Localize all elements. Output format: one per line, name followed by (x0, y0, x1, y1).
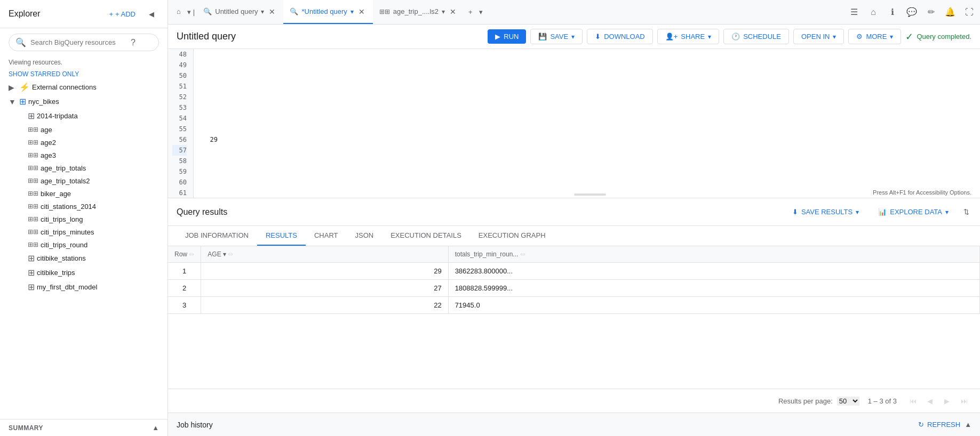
more-vert-icon[interactable]: ⋮ (156, 283, 163, 292)
open-in-button[interactable]: OPEN IN ▾ (793, 29, 844, 44)
tab-untitled1[interactable]: 🔍 Untitled query ▾ ✕ (197, 0, 283, 24)
more-vert-icon[interactable]: ⋮ (156, 164, 163, 172)
dropdown-icon[interactable]: ▾ (856, 208, 859, 216)
col-resize-handle[interactable]: ⇔ (228, 251, 233, 258)
more-vert-icon[interactable]: ⋮ (156, 240, 163, 249)
star-icon[interactable]: ☆ (147, 125, 154, 134)
star-icon[interactable]: ☆ (147, 215, 154, 223)
pencil-icon-button[interactable]: ✏ (922, 4, 939, 21)
col-resize-handle[interactable]: ⇔ (520, 251, 525, 258)
star-icon[interactable]: ☆ (147, 112, 154, 120)
more-button[interactable]: ⚙ MORE ▾ (848, 29, 901, 44)
star-icon[interactable]: ☆ (147, 189, 154, 198)
more-vert-icon[interactable]: ⋮ (156, 112, 163, 120)
tab-untitled2[interactable]: 🔍 *Untitled query ▾ ✕ (283, 0, 372, 24)
share-dropdown-icon[interactable]: ▾ (708, 33, 711, 41)
tab-execution-details[interactable]: EXECUTION DETAILS (382, 226, 470, 246)
col-header-totals[interactable]: totals_trip_min_roun... ⇔ (448, 246, 979, 263)
sidebar-item-age-trip-totals2[interactable]: ▶ ⊞⊞ age_trip_totals2 ☆ ⋮ (0, 174, 168, 187)
more-vert-icon[interactable]: ⋮ (156, 98, 163, 106)
more-vert-icon[interactable]: ⋮ (156, 151, 163, 159)
collapse-summary-icon[interactable]: ▲ (152, 424, 159, 432)
more-dropdown-icon[interactable]: ▾ (890, 33, 893, 41)
star-icon[interactable]: ☆ (147, 138, 154, 147)
tab-home[interactable]: ⌂ (170, 0, 187, 24)
more-vert-icon[interactable]: ⋮ (156, 215, 163, 223)
add-button[interactable]: + + ADD (105, 8, 140, 20)
list-icon-button[interactable]: ☰ (846, 4, 863, 21)
more-vert-icon[interactable]: ⋮ (156, 176, 163, 185)
chat-icon-button[interactable]: 💬 (903, 4, 920, 21)
more-vert-icon[interactable]: ⋮ (156, 254, 163, 263)
next-page-button[interactable]: ▶ (939, 393, 954, 408)
sidebar-item-citi-trips-minutes[interactable]: ▶ ⊞⊞ citi_trips_minutes ☆ ⋮ (0, 225, 168, 238)
explore-data-button[interactable]: 📊 EXPLORE DATA ▾ (872, 205, 955, 219)
help-icon[interactable]: ? (131, 38, 136, 47)
home-icon-button[interactable]: ⌂ (865, 4, 882, 21)
dropdown-icon[interactable]: ▾ (945, 208, 949, 216)
star-icon[interactable]: ☆ (147, 151, 154, 159)
sidebar-item-my-first-dbt-model[interactable]: ▶ ⊞ my_first_dbt_model ☆ ⋮ (0, 280, 168, 294)
run-button[interactable]: ▶ RUN (488, 29, 526, 44)
first-page-button[interactable]: ⏮ (905, 393, 920, 408)
tab-json[interactable]: JSON (346, 226, 382, 246)
editor-scrollbar[interactable] (574, 193, 606, 196)
sidebar-item-citi-trips-round[interactable]: ▶ ⊞⊞ citi_trips_round ☆ ⋮ (0, 238, 168, 251)
sidebar-item-nyc-bikes[interactable]: ▼ ⊞ nyc_bikes ★ ⋮ (0, 94, 168, 109)
add-tab-button[interactable]: + (464, 0, 477, 24)
tab-dropdown-home[interactable]: ▾ (187, 0, 191, 24)
more-vert-icon[interactable]: ⋮ (156, 83, 163, 92)
tab-close-button[interactable]: ✕ (357, 7, 366, 17)
expand-results-button[interactable]: ⇅ (961, 206, 971, 218)
sidebar-item-2014-tripdata[interactable]: ▶ ⊞ 2014-tripdata ☆ ⋮ (0, 109, 168, 123)
last-page-button[interactable]: ⏭ (957, 393, 971, 408)
save-results-button[interactable]: ⬇ SAVE RESULTS ▾ (786, 205, 865, 219)
collapse-job-history-button[interactable]: ▲ (965, 421, 971, 429)
collapse-sidebar-button[interactable]: ◀ (144, 6, 159, 21)
more-vert-icon[interactable]: ⋮ (156, 189, 163, 198)
more-vert-icon[interactable]: ⋮ (156, 228, 163, 236)
star-filled-icon[interactable]: ★ (147, 98, 154, 106)
fullscreen-icon-button[interactable]: ⛶ (961, 4, 978, 21)
sidebar-item-age-trip-totals[interactable]: ▶ ⊞⊞ age_trip_totals ☆ ⋮ (0, 162, 168, 174)
refresh-button[interactable]: ↻ REFRESH (918, 421, 960, 429)
open-in-dropdown-icon[interactable]: ▾ (833, 33, 836, 41)
save-button[interactable]: 💾 SAVE ▾ (530, 29, 583, 44)
tab-chart[interactable]: CHART (306, 226, 347, 246)
tab-job-information[interactable]: JOB INFORMATION (177, 226, 257, 246)
sidebar-item-citi-trips-long[interactable]: ▶ ⊞⊞ citi_trips_long ☆ ⋮ (0, 213, 168, 225)
star-icon[interactable]: ☆ (147, 283, 154, 292)
bell-icon-button[interactable]: 🔔 (942, 4, 959, 21)
star-icon[interactable]: ☆ (147, 269, 154, 277)
tab-dropdown-icon[interactable]: ▾ (350, 8, 354, 15)
more-tabs-button[interactable]: ▾ (477, 0, 485, 24)
sidebar-item-age[interactable]: ▶ ⊞⊞ age ☆ ⋮ (0, 123, 168, 136)
show-starred-link[interactable]: SHOW STARRED ONLY (0, 70, 168, 78)
per-page-select[interactable]: 50 100 200 (837, 397, 859, 406)
info-icon-button[interactable]: ℹ (884, 4, 901, 21)
download-button[interactable]: ⬇ DOWNLOAD (587, 29, 653, 44)
sidebar-item-external[interactable]: ▶ ⚡ External connections ⋮ (0, 80, 168, 94)
tab-close-button[interactable]: ✕ (267, 7, 277, 17)
sidebar-item-biker-age[interactable]: ▶ ⊞⊞ biker_age ☆ ⋮ (0, 187, 168, 200)
sidebar-item-age2[interactable]: ▶ ⊞⊞ age2 ☆ ⋮ (0, 136, 168, 149)
tab-age-trip[interactable]: ⊞⊞ age_trip_....ls2 ▾ ✕ (373, 0, 464, 24)
editor-area[interactable]: 48 49 50 51 52 53 54 55 56 57 58 59 60 6… (168, 49, 980, 198)
sidebar-item-citibike-trips[interactable]: ▶ ⊞ citibike_trips ☆ ⋮ (0, 265, 168, 280)
more-vert-icon[interactable]: ⋮ (156, 202, 163, 211)
search-input[interactable] (30, 38, 126, 46)
star-icon[interactable]: ☆ (147, 228, 154, 236)
schedule-button[interactable]: 🕐 SCHEDULE (723, 29, 789, 44)
star-icon[interactable]: ☆ (147, 176, 154, 185)
share-button[interactable]: 👤+ SHARE ▾ (657, 29, 719, 44)
tab-dropdown-icon[interactable]: ▾ (442, 8, 445, 15)
star-icon[interactable]: ☆ (147, 202, 154, 211)
prev-page-button[interactable]: ◀ (922, 393, 937, 408)
more-vert-icon[interactable]: ⋮ (156, 138, 163, 147)
star-icon[interactable]: ☆ (147, 164, 154, 172)
sidebar-item-citibike-stations[interactable]: ▶ ⊞ citibike_stations ☆ ⋮ (0, 251, 168, 265)
more-vert-icon[interactable]: ⋮ (156, 269, 163, 277)
tab-execution-graph[interactable]: EXECUTION GRAPH (470, 226, 554, 246)
tab-close-button[interactable]: ✕ (448, 7, 458, 17)
save-dropdown-icon[interactable]: ▾ (571, 33, 575, 41)
